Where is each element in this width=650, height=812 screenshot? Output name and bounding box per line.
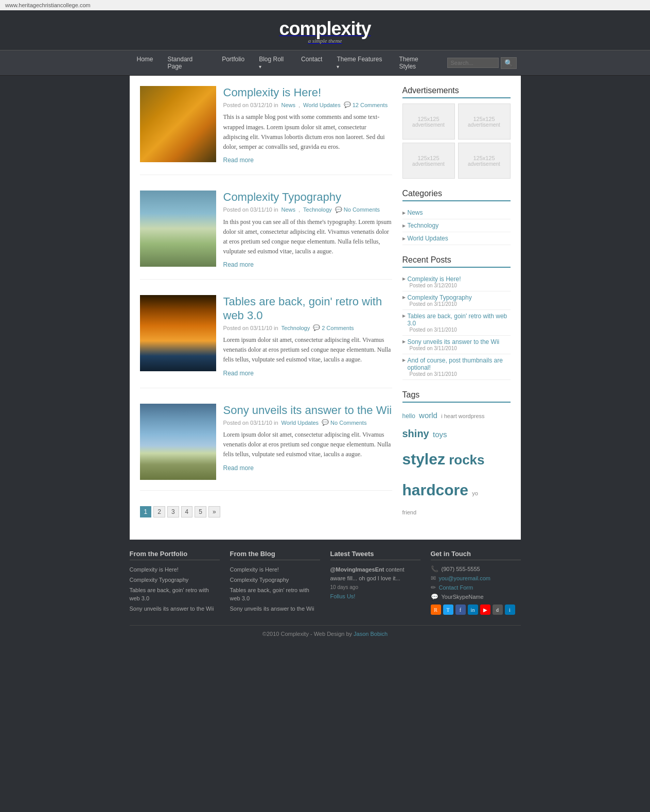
nav-link-contact[interactable]: Contact [294, 50, 329, 68]
post-2-cat-news[interactable]: News [282, 206, 296, 213]
search-input[interactable] [447, 58, 499, 68]
fb-link-2[interactable]: Complexity Typography [230, 577, 289, 583]
tag-iheartwordpress[interactable]: i heart wordpress [441, 413, 484, 419]
page-btn-2[interactable]: 2 [153, 506, 165, 517]
nav-item-features[interactable]: Theme Features [329, 50, 392, 75]
cat-link-tech[interactable]: Technology [402, 222, 511, 229]
facebook-icon[interactable]: f [455, 604, 466, 615]
designer-link[interactable]: Jason Bobich [354, 631, 388, 637]
nav-link-portfolio[interactable]: Portfolio [215, 50, 252, 68]
page-btn-3[interactable]: 3 [167, 506, 179, 517]
cat-item-tech[interactable]: Technology [402, 219, 511, 232]
post-2-title-link[interactable]: Complexity Typography [223, 191, 342, 203]
digg-icon[interactable]: d [493, 604, 503, 615]
post-1-title-link[interactable]: Complexity is Here! [223, 86, 322, 99]
fb-link-4[interactable]: Sony unveils its answer to the Wii [230, 606, 314, 612]
recent-link-2[interactable]: Complexity Typography [402, 294, 511, 301]
post-3-comment-link[interactable]: 2 Comments [322, 325, 354, 331]
fp-item-4[interactable]: Sony unveils its answer to the Wii [130, 604, 220, 613]
recent-link-5[interactable]: And of course, post thumbnails are optio… [402, 357, 511, 371]
post-2-date: Posted on 03/11/10 in [223, 206, 278, 213]
post-3-readmore[interactable]: Read more [223, 370, 254, 377]
nav-link-home[interactable]: Home [130, 50, 161, 68]
tag-hello[interactable]: hello [402, 412, 415, 420]
post-1-cat-news[interactable]: News [282, 102, 296, 108]
fb-item-3[interactable]: Tables are back, goin' retro with web 3.… [230, 586, 320, 602]
nav-item-styles[interactable]: Theme Styles [392, 50, 443, 75]
fp-link-2[interactable]: Complexity Typography [130, 577, 189, 583]
nav-item-standard[interactable]: Standard Page [161, 50, 215, 75]
post-1-meta: Posted on 03/12/10 in News, World Update… [223, 101, 392, 108]
email-link[interactable]: you@youremail.com [439, 575, 490, 581]
nav-link-standard[interactable]: Standard Page [161, 50, 215, 75]
fb-item-4[interactable]: Sony unveils its answer to the Wii [230, 604, 320, 613]
contact-form-link[interactable]: Contact Form [439, 584, 473, 591]
fb-link-3[interactable]: Tables are back, goin' retro with web 3.… [230, 587, 309, 601]
twitter-icon[interactable]: T [443, 604, 453, 615]
post-2-cat-tech[interactable]: Technology [303, 206, 332, 213]
fb-item-1[interactable]: Complexity is Here! [230, 565, 320, 574]
tag-friend[interactable]: friend [402, 509, 417, 515]
cat-link-world[interactable]: World Updates [402, 235, 511, 242]
post-1-excerpt: This is a sample blog post with some com… [223, 112, 392, 152]
ad-3: 125x125 advertisement [402, 143, 455, 179]
post-4-comment-link[interactable]: No Comments [330, 420, 366, 426]
cat-item-world[interactable]: World Updates [402, 232, 511, 245]
search-button[interactable]: 🔍 [501, 57, 517, 69]
page-btn-5[interactable]: 5 [195, 506, 206, 517]
youtube-icon[interactable]: ▶ [480, 604, 490, 615]
fp-item-2[interactable]: Complexity Typography [130, 576, 220, 584]
instagram-icon[interactable]: i [505, 604, 515, 615]
nav-link-styles[interactable]: Theme Styles [392, 50, 443, 75]
fp-link-1[interactable]: Complexity is Here! [130, 566, 179, 573]
post-4-readmore[interactable]: Read more [223, 464, 254, 472]
ad-4-size: 125x125 [473, 155, 495, 161]
fb-item-2[interactable]: Complexity Typography [230, 576, 320, 584]
fb-link-1[interactable]: Complexity is Here! [230, 566, 279, 573]
page-btn-4[interactable]: 4 [181, 506, 193, 517]
nav-link-features[interactable]: Theme Features [329, 50, 392, 75]
post-3-cat-tech[interactable]: Technology [282, 325, 310, 331]
form-icon: ✏ [431, 584, 436, 591]
post-4-cat-world[interactable]: World Updates [282, 420, 319, 426]
page-btn-next[interactable]: » [208, 506, 220, 517]
nav-item-home[interactable]: Home [130, 50, 161, 75]
tag-yo[interactable]: yo [472, 490, 478, 496]
cat-link-news[interactable]: News [402, 209, 511, 216]
recent-date-2: Posted on 3/11/2010 [410, 301, 511, 307]
nav-link-blogroll[interactable]: Blog Roll [252, 50, 294, 75]
page-btn-1[interactable]: 1 [140, 506, 152, 517]
post-2-readmore[interactable]: Read more [223, 261, 254, 268]
post-2-comment-link[interactable]: No Comments [344, 206, 380, 213]
recent-link-3[interactable]: Tables are back, goin' retro with web 3.… [402, 313, 511, 327]
tweet-follow-link[interactable]: Follus Us! [330, 593, 356, 599]
cat-item-news[interactable]: News [402, 206, 511, 219]
post-1-comment-link[interactable]: 12 Comments [353, 102, 388, 108]
recent-link-1[interactable]: Complexity is Here! [402, 275, 511, 283]
tag-world[interactable]: world [419, 411, 437, 420]
tag-hardcore[interactable]: hardcore [402, 481, 468, 498]
fp-item-1[interactable]: Complexity is Here! [130, 565, 220, 574]
fp-item-3[interactable]: Tables are back, goin' retro with web 3.… [130, 586, 220, 602]
post-1-cat-world[interactable]: World Updates [303, 102, 341, 108]
nav-item-portfolio[interactable]: Portfolio [215, 50, 252, 75]
categories-title: Categories [402, 189, 511, 201]
nav-item-blogroll[interactable]: Blog Roll [252, 50, 294, 75]
recent-link-4[interactable]: Sony unveils its answer to the Wii [402, 338, 511, 345]
tag-shiny[interactable]: shiny [402, 428, 429, 439]
fp-link-3[interactable]: Tables are back, goin' retro with web 3.… [130, 587, 209, 601]
tag-toys[interactable]: toys [433, 430, 447, 439]
post-1-readmore[interactable]: Read more [223, 157, 254, 164]
tag-rocks[interactable]: rocks [449, 452, 484, 468]
post-3-title-link[interactable]: Tables are back, goin' retro with web 3.… [223, 295, 382, 321]
page-wrapper: Complexity is Here! Posted on 03/12/10 i… [130, 76, 521, 540]
site-logo[interactable]: complexity a simple theme [279, 18, 371, 44]
linkedin-icon[interactable]: in [468, 604, 478, 615]
tags-section: Tags hello world i heart wordpress shiny… [402, 390, 511, 519]
rss-icon[interactable]: R [431, 604, 441, 615]
nav-item-contact[interactable]: Contact [294, 50, 329, 75]
tag-stylez[interactable]: stylez [402, 451, 445, 468]
fp-link-4[interactable]: Sony unveils its answer to the Wii [130, 606, 214, 612]
post-4-title-link[interactable]: Sony unveils its answer to the Wii [223, 404, 392, 417]
post-4-image [140, 404, 216, 480]
